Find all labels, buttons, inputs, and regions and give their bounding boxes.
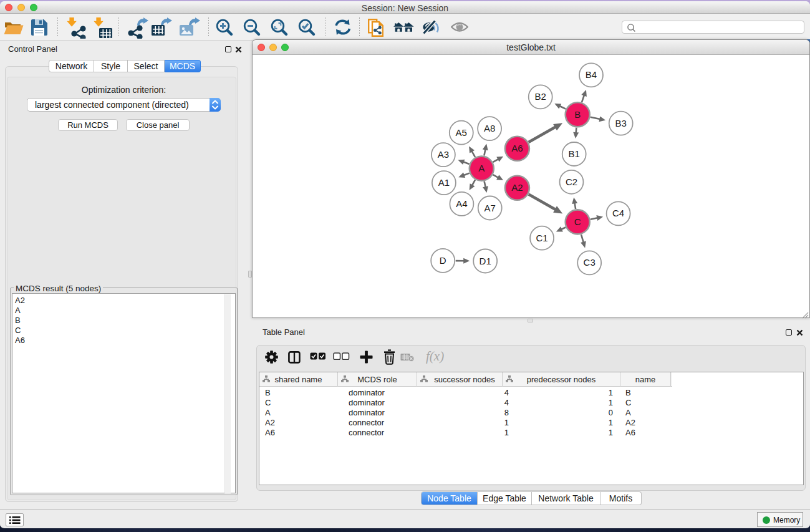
svg-text:C1: C1 <box>536 233 548 243</box>
svg-text:A3: A3 <box>438 149 449 160</box>
svg-text:A8: A8 <box>484 123 495 133</box>
svg-text:B2: B2 <box>535 91 546 102</box>
svg-text:D1: D1 <box>480 256 491 266</box>
svg-text:C3: C3 <box>584 257 595 268</box>
svg-text:B1: B1 <box>569 148 580 159</box>
svg-text:B: B <box>574 109 581 120</box>
svg-text:A7: A7 <box>485 203 496 213</box>
svg-text:A1: A1 <box>438 177 450 188</box>
svg-text:B4: B4 <box>586 69 597 80</box>
svg-text:C2: C2 <box>566 177 577 187</box>
svg-text:C: C <box>574 216 581 227</box>
svg-text:A6: A6 <box>511 143 523 153</box>
svg-text:A: A <box>478 163 485 173</box>
svg-text:A2: A2 <box>511 182 523 193</box>
svg-text:B3: B3 <box>615 118 627 128</box>
svg-text:D: D <box>440 255 446 266</box>
svg-text:C4: C4 <box>612 208 624 218</box>
svg-text:A4: A4 <box>456 198 467 209</box>
svg-text:A5: A5 <box>456 127 467 138</box>
